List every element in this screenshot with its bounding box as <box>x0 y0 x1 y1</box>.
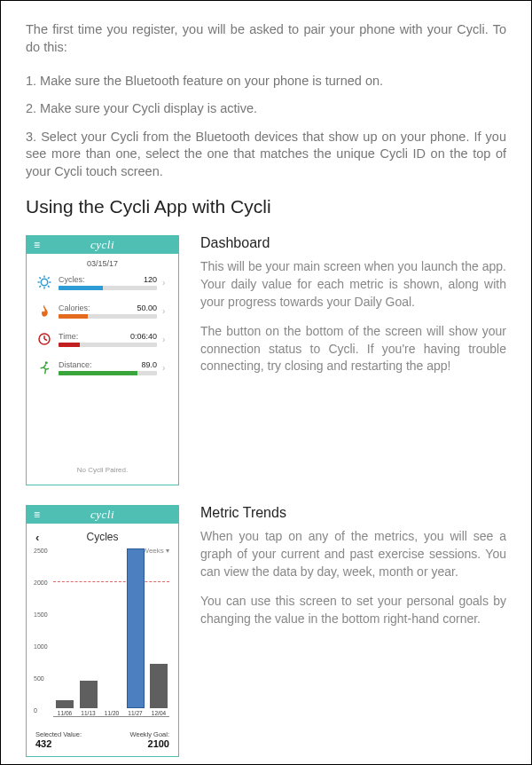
svg-point-0 <box>41 280 48 287</box>
x-tick-label: 11/27 <box>128 710 142 716</box>
app-header: ≡ cycli <box>27 236 178 254</box>
y-tick-label: 1000 <box>34 643 48 650</box>
weekly-goal-label: Weekly Goal: <box>130 730 169 738</box>
chevron-right-icon: › <box>162 278 169 288</box>
metric-label: Time: <box>59 332 78 341</box>
trends-chart[interactable]: 0500100015002000250011/0611/1311/2011/27… <box>34 556 171 729</box>
trends-screenshot: ≡ cycli ‹ Cycles Weeks ▾ 050010001500200… <box>26 505 179 757</box>
chevron-right-icon: › <box>162 306 169 316</box>
trends-heading: Metric Trends <box>200 505 506 521</box>
metric-label: Distance: <box>59 360 92 369</box>
bar-column[interactable]: 12/04 <box>150 664 168 716</box>
x-tick-label: 12/04 <box>152 710 166 716</box>
gear-icon <box>35 273 53 291</box>
back-button[interactable]: ‹ <box>35 531 39 544</box>
metric-row[interactable]: Distance:89.0› <box>35 359 169 376</box>
app-brand: cycli <box>90 238 114 252</box>
y-tick-label: 1500 <box>34 611 48 618</box>
svg-line-11 <box>44 339 47 341</box>
dashboard-row: ≡ cycli 03/15/17 Cycles:120›Calories:50.… <box>26 235 506 485</box>
selected-value-block: Selected Value: 432 <box>35 730 82 749</box>
metric-row[interactable]: Time:0:06:40› <box>35 330 169 348</box>
metric-value: 120 <box>144 275 157 284</box>
trends-p2: You can use this screen to set your pers… <box>200 593 506 627</box>
trends-row: ≡ cycli ‹ Cycles Weeks ▾ 050010001500200… <box>26 505 506 757</box>
svg-line-8 <box>48 278 50 280</box>
svg-line-6 <box>48 286 50 288</box>
bar[interactable] <box>127 548 145 708</box>
intro-text: The first time you register, you will be… <box>26 20 506 57</box>
metric-value: 50.00 <box>137 304 157 312</box>
step-2: 2. Make sure your Cycli display is activ… <box>26 100 506 118</box>
y-tick-label: 500 <box>34 675 44 682</box>
flame-icon <box>35 302 53 319</box>
connection-status[interactable]: No Cycli Paired. <box>35 466 169 476</box>
x-tick-label: 11/20 <box>105 710 119 716</box>
chevron-right-icon: › <box>162 335 169 344</box>
pairing-steps: 1. Make sure the Bluetooth feature on yo… <box>26 73 506 181</box>
dashboard-p1: This will be your main screen when you l… <box>200 258 506 311</box>
runner-icon <box>35 359 53 376</box>
metric-row[interactable]: Cycles:120› <box>35 273 169 291</box>
chevron-right-icon: › <box>162 363 169 373</box>
app-brand: cycli <box>90 508 114 522</box>
step-1: 1. Make sure the Bluetooth feature on yo… <box>26 73 506 91</box>
y-tick-label: 2000 <box>34 580 48 586</box>
app-header: ≡ cycli <box>27 506 178 524</box>
metric-value: 0:06:40 <box>130 332 157 341</box>
x-tick-label: 11/06 <box>58 710 72 716</box>
metric-value: 89.0 <box>141 360 157 369</box>
bar[interactable] <box>56 700 74 708</box>
svg-line-7 <box>39 286 41 288</box>
svg-line-5 <box>39 278 41 280</box>
trends-metric-title: Cycles <box>86 531 118 543</box>
metric-row[interactable]: Calories:50.00› <box>35 302 169 319</box>
bar[interactable] <box>150 664 168 708</box>
step-3: 3. Select your Cycli from the Bluetooth … <box>26 129 506 181</box>
bar-column[interactable]: 11/27 <box>127 548 145 716</box>
clock-icon <box>35 330 53 348</box>
y-tick-label: 2500 <box>34 548 48 554</box>
weekly-goal-block[interactable]: Weekly Goal: 2100 <box>130 730 169 749</box>
weekly-goal-value[interactable]: 2100 <box>130 738 169 749</box>
dashboard-screenshot: ≡ cycli 03/15/17 Cycles:120›Calories:50.… <box>26 235 179 485</box>
selected-value: 432 <box>35 738 82 749</box>
bar-column[interactable]: 11/06 <box>56 700 74 716</box>
dashboard-date: 03/15/17 <box>35 259 169 268</box>
metric-label: Cycles: <box>59 275 85 284</box>
svg-point-12 <box>45 362 48 365</box>
y-tick-label: 0 <box>34 707 37 714</box>
menu-icon[interactable]: ≡ <box>34 509 40 520</box>
x-axis <box>53 716 169 717</box>
x-tick-label: 11/13 <box>81 710 95 716</box>
dashboard-p2: The button on the bottom of the screen w… <box>200 323 506 375</box>
bar-column[interactable]: 11/13 <box>80 681 98 716</box>
menu-icon[interactable]: ≡ <box>34 240 40 250</box>
range-selector[interactable]: Weeks ▾ <box>34 547 171 555</box>
dashboard-heading: Dashboard <box>200 235 506 251</box>
bar[interactable] <box>80 681 98 708</box>
section-title: Using the Cycli App with Cycli <box>26 196 506 217</box>
trends-p1: When you tap on any of the metrics, you … <box>200 528 506 580</box>
selected-value-label: Selected Value: <box>35 730 82 738</box>
metric-label: Calories: <box>59 304 90 312</box>
bar-column[interactable]: 11/20 <box>103 708 121 716</box>
